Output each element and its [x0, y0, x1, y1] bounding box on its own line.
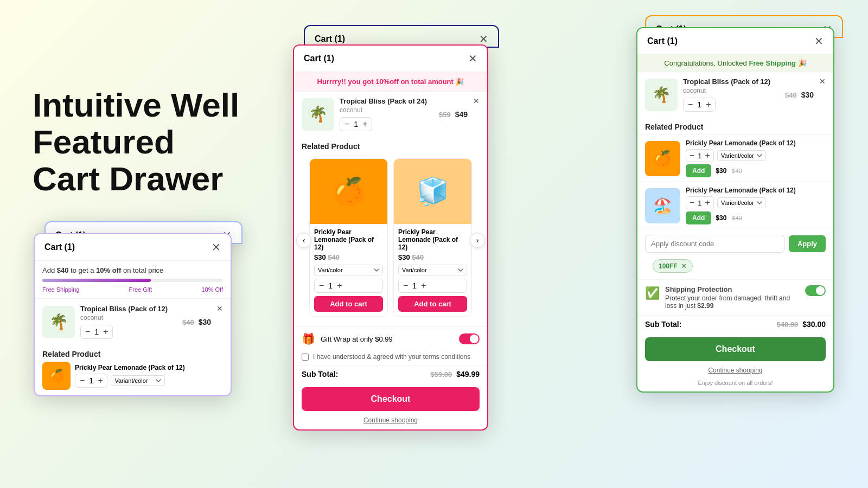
mid-drawer-close[interactable]: ✕	[468, 53, 477, 64]
right-banner-highlight: Free Shipping	[749, 59, 796, 67]
mid-drawer-title: Cart (1)	[304, 54, 334, 63]
right-drawer-close[interactable]: ✕	[814, 36, 824, 47]
mid-banner-highlight: 10%off	[375, 78, 399, 86]
mid-subtotal-prices: $59.00 $49.99	[431, 370, 480, 378]
left-drawer-close[interactable]: ✕	[212, 242, 221, 253]
left-qty-ctrl: − 1 +	[80, 325, 113, 339]
right-related-title: Related Product	[637, 117, 833, 134]
right-r1-qty: − 1 +	[686, 149, 714, 162]
right-drawer-header: Cart (1) ✕	[637, 28, 833, 55]
mid-add-to-cart-1[interactable]: Add to cart	[314, 296, 383, 312]
right-drawer-title: Cart (1)	[647, 36, 678, 46]
mid-related-card-2-body: Prickly Pear Lemonade (Pack of 12) $30 $…	[394, 224, 471, 316]
shipping-prot-text: Shipping Protection Protect your order f…	[665, 285, 800, 310]
right-discount-tag: 100FF ✕	[653, 259, 693, 273]
right-r1-qty-inc[interactable]: +	[705, 151, 710, 160]
mid-gift-toggle[interactable]	[459, 333, 480, 344]
mid-qty-decrease[interactable]: −	[344, 120, 349, 129]
mid-related-card-2-variant[interactable]: Vari/color	[398, 265, 467, 275]
left-drawer-title: Cart (1)	[44, 242, 75, 252]
right-discount-remove[interactable]: ✕	[681, 262, 687, 270]
mid-subtotal-label: Sub Total:	[302, 370, 338, 378]
right-r1-add-btn[interactable]: Add	[686, 164, 711, 177]
mid-back-title: Cart (1)	[315, 34, 345, 44]
left-related-qty-dec[interactable]: −	[80, 376, 85, 385]
left-product-remove[interactable]: ✕	[216, 305, 223, 312]
mid-r2-qty-inc[interactable]: +	[421, 281, 426, 290]
mid-r1-qty-inc[interactable]: +	[337, 281, 342, 290]
right-r2-qty-dec[interactable]: −	[690, 198, 694, 207]
right-related-1-actions: − 1 + Varient/color	[686, 149, 826, 162]
mid-related-card-1-price: $30 $40	[314, 253, 383, 261]
left-related-variant-select[interactable]: Variant/color	[111, 375, 165, 386]
mid-banner-suffix: on total amount 🎉	[400, 78, 464, 86]
mid-product-img: 🌴	[302, 98, 334, 131]
left-related-img: 🍊	[42, 362, 71, 390]
mid-qty-ctrl: − 1 +	[340, 117, 372, 131]
right-drawer: Cart (1) ✕ Congratulations, Unlocked Fre…	[636, 27, 834, 393]
mid-drawer-scroll: 🌴 Tropical Bliss (Pack of 24) coconut − …	[294, 91, 487, 429]
right-qty-ctrl: − 1 +	[683, 98, 716, 112]
left-related-qty-inc[interactable]: +	[98, 376, 103, 385]
progress-fill	[42, 279, 151, 282]
right-related-2: 🏖️ Prickly Pear Lemonade (Pack of 12) − …	[637, 182, 833, 229]
mid-carousel-left[interactable]: ‹	[296, 233, 311, 248]
right-apply-btn[interactable]: Apply	[789, 235, 826, 252]
mid-related-card-1-variant[interactable]: Vari/color	[314, 265, 383, 275]
left-drawer: Cart (1) ✕ Add $40 to get a 10% off on t…	[34, 233, 232, 396]
left-qty-increase[interactable]: +	[103, 328, 108, 336]
mid-checkout-btn[interactable]: Checkout	[302, 387, 480, 411]
progress-labels: Free Shipping Free Gift 10% Off	[42, 286, 223, 293]
right-enjoy-text: Enjoy discount on all orders!	[637, 380, 833, 391]
right-r2-variant[interactable]: Varient/color	[717, 197, 766, 208]
mid-related-card-2: 🧊 Prickly Pear Lemonade (Pack of 12) $30…	[393, 158, 472, 317]
mid-r2-qty-dec[interactable]: −	[403, 281, 408, 290]
right-product-remove[interactable]: ✕	[819, 78, 826, 85]
left-product-variant: coconut	[80, 314, 177, 322]
right-subtotal-label: Sub Total:	[645, 320, 681, 329]
left-product-name: Tropical Bliss (Pack of 12)	[80, 305, 177, 313]
right-product-img: 🌴	[645, 79, 678, 111]
left-qty-decrease[interactable]: −	[85, 328, 90, 336]
right-related-2-actions: − 1 + Varient/color	[686, 196, 826, 209]
mid-terms-checkbox[interactable]	[302, 354, 309, 361]
right-continue-link[interactable]: Continue shooping	[637, 364, 833, 380]
mid-gift-label: Gift Wrap at only $0.99	[321, 335, 393, 343]
mid-product-price: $59 $49	[439, 110, 468, 119]
right-product-name: Tropical Bliss (Pack of 12)	[683, 78, 780, 86]
right-related-2-img: 🏖️	[645, 188, 680, 223]
right-related-1-details: Prickly Pear Lemonade (Pack of 12) − 1 +…	[686, 139, 826, 177]
mid-qty-increase[interactable]: +	[362, 120, 367, 129]
mid-add-to-cart-2[interactable]: Add to cart	[398, 296, 467, 312]
gift-icon: 🎁	[302, 332, 315, 345]
mid-product-variant: coconut	[340, 106, 433, 114]
right-r2-qty: − 1 +	[686, 196, 714, 209]
mid-carousel: 🍊 Prickly Pear Lemonade (Pack of 12) $30…	[302, 154, 480, 321]
right-r2-qty-inc[interactable]: +	[705, 198, 710, 207]
left-product-row: 🌴 Tropical Bliss (Pack of 12) coconut − …	[35, 299, 231, 344]
mid-terms-label: I have understood & agreed with your ter…	[313, 353, 470, 361]
shipping-prot-title: Shipping Protection	[665, 285, 800, 293]
right-qty-decrease[interactable]: −	[688, 100, 693, 109]
right-qty-increase[interactable]: +	[706, 100, 711, 109]
mid-banner: Hurrrry!! you got 10%off on total amount…	[294, 72, 487, 91]
mid-product-remove[interactable]: ✕	[473, 97, 480, 105]
mid-continue-link[interactable]: Continue shooping	[294, 414, 487, 429]
left-related-info: Prickly Pear Lemonade (Pack of 12) − 1 +…	[75, 364, 223, 388]
right-r1-variant[interactable]: Varient/color	[717, 150, 766, 161]
right-r1-qty-dec[interactable]: −	[690, 151, 694, 160]
mid-back-close[interactable]: ✕	[479, 34, 488, 44]
right-shipping-prot-toggle[interactable]	[805, 285, 826, 296]
right-shipping-prot: ✅ Shipping Protection Protect your order…	[637, 279, 833, 315]
right-checkout-btn[interactable]: Checkout	[645, 337, 826, 361]
progress-text: Add $40 to get a 10% off on total price	[42, 266, 163, 274]
left-product-info: Tropical Bliss (Pack of 12) coconut − 1 …	[80, 305, 177, 339]
mid-carousel-right[interactable]: ›	[470, 233, 485, 248]
shield-icon: ✅	[645, 286, 660, 300]
mid-related-card-1-img: 🍊	[310, 159, 387, 224]
mid-related-card-2-img: 🧊	[394, 159, 471, 224]
right-r2-add-btn[interactable]: Add	[686, 211, 711, 224]
mid-r1-qty-dec[interactable]: −	[319, 281, 324, 290]
right-discount-input[interactable]	[645, 235, 784, 253]
left-related-qty: − 1 +	[75, 374, 107, 388]
